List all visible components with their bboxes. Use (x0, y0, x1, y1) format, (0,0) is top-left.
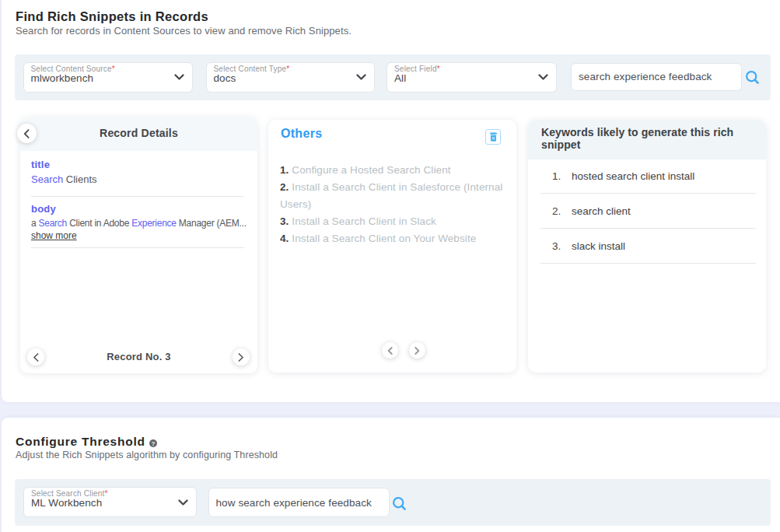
list-item-number: 4. (280, 233, 289, 244)
record-number: Record No. 3 (20, 351, 257, 362)
required-asterisk: * (437, 65, 440, 73)
chevron-left-icon (23, 129, 30, 138)
content-source-value: mlworkbench (31, 73, 183, 84)
search-client-select[interactable]: Select Search Client* ML Workbench (23, 487, 197, 517)
record-details-card: Record Details title Search Clients body… (20, 117, 257, 373)
label-text: Select Content Type (214, 65, 287, 73)
search-client-value: ML Workbench (31, 498, 187, 509)
threshold-search-input[interactable] (208, 488, 390, 517)
chevron-down-icon (178, 499, 188, 506)
record-field-body-value: a Search Client in Adobe Experience Mana… (31, 218, 250, 229)
next-record-button[interactable] (233, 348, 250, 366)
keywords-header: Keywords likely to generate this rich sn… (528, 120, 766, 159)
list-item-text: Install a Search Client on Your Website (292, 233, 476, 244)
required-asterisk: * (105, 489, 108, 498)
divider (31, 196, 244, 197)
delete-button[interactable] (485, 129, 501, 145)
value-text: Clients (63, 173, 96, 185)
keyword-number: 2. (552, 205, 571, 217)
search-icon[interactable] (392, 496, 407, 511)
back-button[interactable] (17, 124, 37, 143)
field-value: All (394, 73, 547, 84)
keyword-item: 2.search client (540, 194, 756, 229)
record-field-body-label: body (31, 203, 56, 215)
keyword-number: 1. (552, 170, 571, 182)
help-icon[interactable]: ? (149, 439, 157, 447)
chevron-right-icon (414, 347, 420, 355)
list-item[interactable]: 4. Install a Search Client on Your Websi… (280, 230, 507, 247)
content-source-select[interactable]: Select Content Source* mlworkbench (23, 62, 193, 93)
svg-text:?: ? (151, 440, 155, 447)
search-filter-bar: Select Content Source* mlworkbench Selec… (15, 54, 771, 100)
content-source-label: Select Content Source* (31, 65, 183, 73)
record-field-title-label: title (31, 159, 50, 170)
others-list: 1. Configure a Hosted Search Client 2. I… (280, 162, 507, 247)
chevron-left-icon (387, 347, 393, 355)
field-label: Select Field* (394, 65, 547, 73)
value-text: Client in Adobe (67, 218, 131, 229)
divider (31, 247, 244, 248)
keyword-item: 1.hosted search client install (540, 159, 756, 194)
record-details-header: Record Details (20, 117, 257, 151)
keyword-text: search client (572, 205, 631, 217)
chevron-right-icon (238, 353, 244, 362)
value-text: Manager (AEM... (177, 218, 247, 229)
threshold-title: Configure Threshold (16, 435, 145, 449)
list-item-number: 3. (280, 215, 289, 227)
threshold-filter-bar: Select Search Client* ML Workbench (15, 479, 771, 526)
required-asterisk: * (286, 65, 289, 73)
configure-threshold-panel: Configure Threshold ? Adjust the Rich Sn… (2, 418, 780, 532)
list-item-text: Install a Search Client in Salesforce (I… (280, 181, 502, 210)
find-snippets-panel: Find Rich Snippets in Records Search for… (2, 0, 780, 402)
list-item[interactable]: 2. Install a Search Client in Salesforce… (280, 179, 507, 213)
record-search-input[interactable] (571, 63, 742, 92)
search-icon[interactable] (745, 70, 760, 85)
others-title: Others (281, 127, 322, 141)
list-item-text: Install a Search Client in Slack (292, 215, 436, 227)
required-asterisk: * (112, 65, 115, 73)
keyword-text: slack install (572, 240, 625, 252)
content-type-select[interactable]: Select Content Type* docs (206, 62, 375, 93)
label-text: Select Content Source (31, 65, 112, 73)
list-item[interactable]: 1. Configure a Hosted Search Client (280, 162, 507, 179)
chevron-down-icon (356, 74, 366, 80)
trash-icon (489, 132, 498, 142)
highlighted-term: Search (39, 218, 68, 229)
list-item-number: 2. (280, 181, 289, 193)
others-next-button[interactable] (409, 342, 425, 359)
others-previous-button[interactable] (382, 342, 398, 359)
chevron-left-icon (33, 353, 39, 362)
list-item-number: 1. (280, 164, 289, 176)
record-field-title-value: Search Clients (31, 173, 97, 185)
show-more-link[interactable]: show more (31, 230, 77, 241)
others-card: Others 1. Configure a Hosted Search Clie… (268, 120, 516, 373)
highlighted-term: Search (31, 173, 63, 185)
page-subtitle: Search for records in Content Sources to… (16, 25, 352, 37)
page-title: Find Rich Snippets in Records (16, 9, 208, 24)
value-text: a (31, 218, 39, 229)
keyword-number: 3. (552, 240, 571, 252)
list-item-text: Configure a Hosted Search Client (292, 164, 450, 176)
label-text: Select Field (394, 65, 437, 73)
list-item[interactable]: 3. Install a Search Client in Slack (280, 213, 507, 230)
keywords-card: Keywords likely to generate this rich sn… (528, 120, 766, 373)
chevron-down-icon (538, 74, 548, 80)
field-select[interactable]: Select Field* All (387, 62, 557, 93)
heading-text: Configure Threshold (16, 435, 145, 448)
keyword-text: hosted search client install (572, 170, 694, 182)
highlighted-term: Experience (131, 218, 177, 229)
keyword-item: 3.slack install (540, 229, 756, 264)
threshold-subtitle: Adjust the Rich Snippets algorithm by co… (16, 450, 278, 460)
previous-record-button[interactable] (27, 348, 44, 366)
content-type-value: docs (214, 73, 365, 84)
chevron-down-icon (174, 74, 184, 80)
content-type-label: Select Content Type* (214, 65, 365, 73)
